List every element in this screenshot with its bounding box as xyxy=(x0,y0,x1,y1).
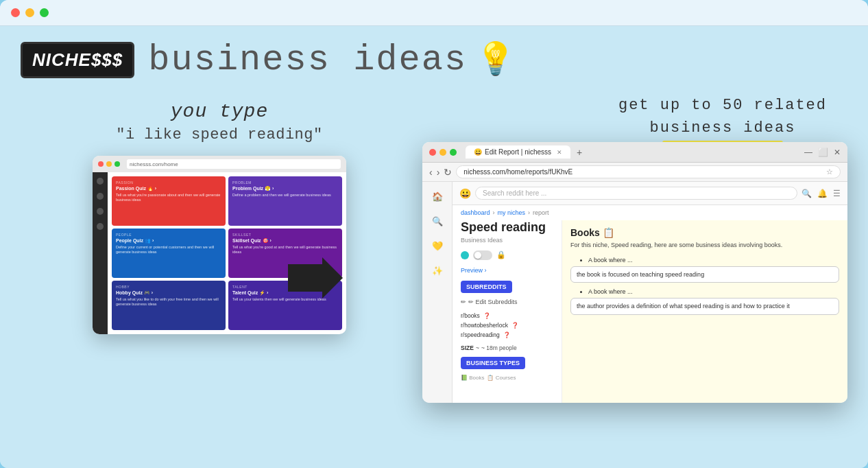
card-description: For this niche, Speed reading, here are … xyxy=(570,241,839,250)
mini-sidebar-icon-4 xyxy=(97,223,104,230)
bottom-links: 📗 Books 📋 Courses xyxy=(461,375,553,381)
courses-link[interactable]: 📋 Courses xyxy=(487,375,516,381)
mini-card-people-body: Define your current or potential custome… xyxy=(116,245,221,255)
breadcrumb-my-niches[interactable]: my niches xyxy=(498,209,526,216)
mini-sidebar-icon-3 xyxy=(97,208,104,215)
toggle-thumb xyxy=(474,252,481,259)
logo: NICHE$$$ xyxy=(21,42,134,78)
browser-window: NICHE$$$ business ideas 💡 you type "i li… xyxy=(0,0,868,468)
large-browser-titlebar: 😀 Edit Report | nichesss ✕ + — ⬜ ✕ xyxy=(422,142,847,163)
business-types-button[interactable]: BUSINESS TYPES xyxy=(461,357,525,369)
maximize-button[interactable] xyxy=(40,8,49,17)
minimize-button[interactable] xyxy=(25,8,34,17)
subreddit-2-help[interactable]: ❓ xyxy=(511,322,519,329)
breadcrumb: dashboard › my niches › report xyxy=(453,205,847,220)
edit-icon: ✏ xyxy=(461,299,466,305)
lg-max-btn[interactable] xyxy=(450,149,457,156)
sidebar-home-icon[interactable]: 🏠 xyxy=(430,189,445,204)
url-text: nichesss.com/home/reports/fUKhvE xyxy=(463,168,572,176)
window-controls: — ⬜ ✕ xyxy=(804,148,841,157)
mini-card-passion-label: PASSION xyxy=(116,180,221,185)
lg-close-btn[interactable] xyxy=(429,149,436,156)
sidebar-sparkle-icon[interactable]: ✨ xyxy=(430,263,445,278)
tilde-icon: ~ xyxy=(476,344,479,351)
content-left-panel: Speed reading Business Ideas 🔒 xyxy=(453,220,562,403)
forward-button[interactable]: › xyxy=(437,167,440,178)
back-button[interactable]: ‹ xyxy=(429,167,433,178)
mini-card-passion: PASSION Passion Quiz 🔥 › Tell us what yo… xyxy=(112,176,226,226)
svg-marker-0 xyxy=(288,257,343,299)
idea-input-2[interactable]: the author provides a definition of what… xyxy=(570,298,839,315)
lg-sidebar: 🏠 🔍 💛 ✨ xyxy=(422,182,453,403)
you-type-label: you type xyxy=(21,101,418,122)
subreddit-item-1: r/books ❓ xyxy=(461,311,553,320)
refresh-button[interactable]: ↻ xyxy=(444,167,452,178)
edit-subreddits-link[interactable]: ✏ ✏ Edit Subreddits xyxy=(461,299,553,305)
sidebar-star-icon[interactable]: 💛 xyxy=(430,238,445,253)
preview-link[interactable]: Preview › xyxy=(461,267,487,274)
mini-url-text: nichesss.com/home xyxy=(130,161,178,167)
tab-close-icon[interactable]: ✕ xyxy=(557,149,562,156)
mini-browser: nichesss.com/home PASSION xyxy=(93,156,346,334)
subreddit-3-help[interactable]: ❓ xyxy=(503,331,511,338)
size-row: SIZE ~ ~ 18m people xyxy=(461,344,553,351)
close-icon[interactable]: ✕ xyxy=(834,148,841,157)
main-area: you type "i like speed reading" nichesss… xyxy=(21,101,847,454)
mini-card-passion-body: Tell us what you're passionate about and… xyxy=(116,193,221,202)
lg-min-btn[interactable] xyxy=(439,149,446,156)
right-section: get up to 50 related business ideas in s… xyxy=(418,101,847,454)
subreddits-button[interactable]: SUBREDDITS xyxy=(461,281,512,293)
breadcrumb-dashboard[interactable]: dashboard xyxy=(461,209,490,216)
edit-subreddits-label: ✏ Edit Subreddits xyxy=(468,299,518,305)
restore-icon[interactable]: ⬜ xyxy=(818,148,828,157)
breadcrumb-sep1: › xyxy=(493,209,495,216)
search-action-icons: 🔍 🔔 ☰ xyxy=(801,189,841,198)
search-magnify-icon[interactable]: 🔍 xyxy=(801,189,812,198)
menu-icon[interactable]: ☰ xyxy=(833,189,841,198)
bulb-icon: 💡 xyxy=(476,40,515,76)
idea-input-1[interactable]: the book is focused on teaching speed re… xyxy=(570,266,839,283)
subreddit-1-help[interactable]: ❓ xyxy=(483,312,491,319)
headline-line1: get up to 50 related xyxy=(618,94,827,117)
logo-text: NICHE$$$ xyxy=(32,49,123,70)
close-button[interactable] xyxy=(11,8,20,17)
tab-title: Edit Report | nichesss xyxy=(485,148,551,156)
arrow-container xyxy=(288,257,343,299)
header-area: NICHE$$$ business ideas 💡 xyxy=(21,40,847,80)
sidebar-search-icon[interactable]: 🔍 xyxy=(430,213,445,229)
header-tagline: business ideas xyxy=(148,40,467,80)
bookmark-icon[interactable]: ☆ xyxy=(826,167,833,176)
lg-main: 😀 Search reddit here ... 🔍 🔔 ☰ xyxy=(453,182,847,403)
mini-card-people-label: PEOPLE xyxy=(116,233,221,237)
bullet-item-2: A book where ... xyxy=(588,288,839,295)
left-section: you type "i like speed reading" nichesss… xyxy=(21,101,418,454)
arrow-icon xyxy=(288,257,343,299)
size-value: ~ 18m people xyxy=(481,344,517,351)
subreddit-item-2: r/howtobesherlock ❓ xyxy=(461,320,553,330)
toggle-switch[interactable] xyxy=(473,250,492,260)
mini-sidebar-icon-1 xyxy=(97,178,104,185)
mini-card-skillset-body: Tell us what you're good at and then we … xyxy=(232,245,338,255)
size-label: SIZE xyxy=(461,344,474,351)
browser-tab[interactable]: 😀 Edit Report | nichesss ✕ xyxy=(466,145,570,159)
status-dot xyxy=(461,251,469,259)
lock-icon: 🔒 xyxy=(496,250,506,259)
card-header: Books 📋 xyxy=(570,227,839,238)
notification-icon[interactable]: 🔔 xyxy=(817,189,828,198)
status-row: 🔒 xyxy=(461,250,553,260)
mini-card-skillset-title: Skillset Quiz 🎯 › xyxy=(232,238,338,244)
minimize-icon[interactable]: — xyxy=(804,148,812,157)
mini-card-skillset-label: SKILLSET xyxy=(232,233,338,237)
books-link[interactable]: 📗 Books xyxy=(461,375,484,381)
mini-card-people-title: People Quiz 👥 › xyxy=(116,238,221,244)
mini-minimize xyxy=(106,161,112,167)
preview-row: Preview › xyxy=(461,267,553,274)
content-area: Speed reading Business Ideas 🔒 xyxy=(453,220,847,403)
header-tagline-container: business ideas 💡 xyxy=(148,40,514,80)
mini-maximize xyxy=(114,161,120,167)
mini-card-problem-title: Problem Quiz 😤 › xyxy=(232,186,338,191)
search-input[interactable]: Search reddit here ... xyxy=(475,187,797,200)
new-tab-button[interactable]: + xyxy=(577,147,582,158)
url-bar[interactable]: nichesss.com/home/reports/fUKhvE ☆ xyxy=(456,165,841,178)
subreddit-list: r/books ❓ r/howtobesherlock ❓ r/speedrea… xyxy=(461,311,553,340)
